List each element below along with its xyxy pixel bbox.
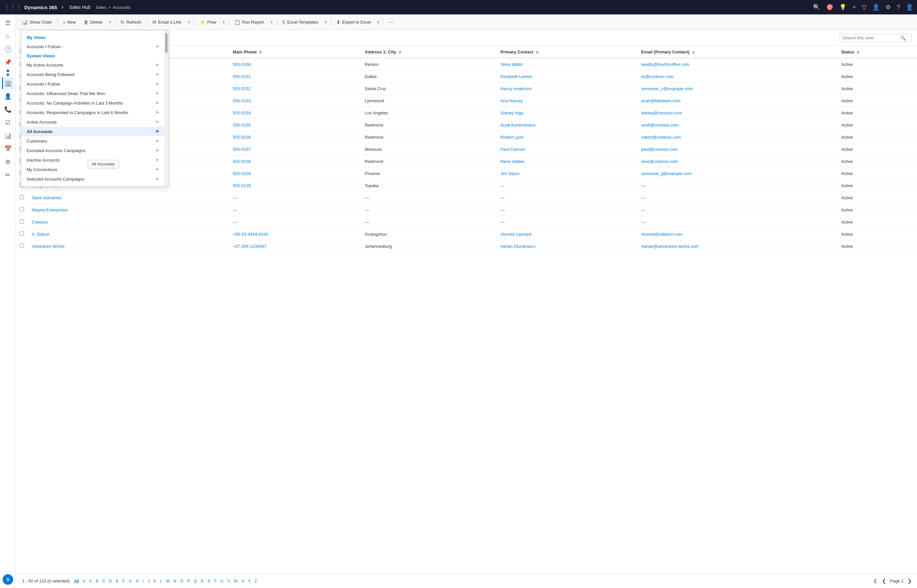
user-avatar[interactable]: S [3,574,13,585]
delete-chevron[interactable]: ∨ [107,18,113,26]
phone-link[interactable]: 555-0154 [233,110,251,115]
contact-link[interactable]: Adrian Dumitrascu [500,244,535,249]
col-status[interactable]: Status ∨ [837,46,917,58]
phone-link[interactable]: 555-0158 [233,159,251,164]
phone-link[interactable]: 555-0135 [233,183,251,188]
add-icon[interactable]: + [852,4,856,11]
phone-link[interactable]: 555-0152 [233,86,251,91]
sidebar-reports-icon[interactable]: 📊 [2,130,14,142]
alpha-nav-item[interactable]: C [100,578,107,585]
dropdown-item-i-follow[interactable]: Accounts I Follow ⚑ [21,79,164,89]
settings-icon[interactable]: ⚙ [886,3,891,11]
email-link[interactable]: paul@contoso.com [641,147,677,152]
alpha-nav-item[interactable]: R [199,578,206,585]
phone-link[interactable]: +27-264-1234567 [233,244,267,249]
account-name-link[interactable]: A. Datum [32,232,50,237]
alpha-nav-item[interactable]: L [158,578,164,585]
email-link[interactable]: sidney@contoso.com [641,110,682,115]
alpha-nav-item[interactable]: F [120,578,126,585]
dropdown-item-my-active[interactable]: My Active Accounts ⚑ [21,60,164,70]
target-icon[interactable]: 🎯 [826,3,833,11]
alpha-nav-item[interactable]: H [134,578,141,585]
row-checkbox[interactable] [20,219,24,223]
dropdown-item-selected[interactable]: Selected Accounts Campaigns ⚑ [21,174,164,184]
lightbulb-icon[interactable]: 💡 [839,3,846,11]
show-chart-button[interactable]: 📊 Show Chart [18,17,55,27]
run-report-button[interactable]: 📋 Run Report [231,17,267,27]
search-nav-icon[interactable]: 🔍 [813,3,820,11]
user-icon[interactable]: 👤 [906,3,913,11]
sidebar-home-icon[interactable]: ⌂ [2,30,14,42]
email-link[interactable]: vincent@adatum.com [641,232,682,237]
flow-chevron[interactable]: ∨ [221,18,227,26]
dropdown-item-all-accounts[interactable]: All Accounts ⚑ [21,127,164,136]
contact-link[interactable]: Ana Harvey [500,99,523,103]
sidebar-recent-icon[interactable]: 🕐 [2,43,14,55]
phone-link[interactable]: 555-0155 [233,123,251,128]
row-checkbox[interactable] [20,207,24,212]
email-link[interactable]: rene@contoso.com [641,159,678,164]
phone-link[interactable]: 555-0153 [233,99,251,103]
contact-link[interactable]: Sidney Higa [500,110,523,115]
more-button[interactable]: ⋯ [386,18,396,27]
sidebar-tasks-icon[interactable]: ☑ [2,117,14,128]
alpha-nav-item[interactable]: # [81,578,87,585]
dropdown-item-customers[interactable]: Customers ⚑ [21,136,164,146]
refresh-button[interactable]: ↻ Refresh [117,17,145,27]
new-button[interactable]: + New [59,17,79,27]
alpha-nav-item[interactable]: Q [192,578,199,585]
alpha-nav-item[interactable]: G [127,578,134,585]
phone-link[interactable]: +86-23-4444-0100 [233,232,268,237]
alpha-nav-item[interactable]: S [206,578,212,585]
alpha-nav-item[interactable]: U [219,578,225,585]
sidebar-gear-icon[interactable]: ⚙ [2,156,14,168]
sidebar-accounts-icon[interactable]: 🏢 [2,78,14,89]
alpha-nav-item[interactable]: V [225,578,232,585]
phone-link[interactable]: 555-0150 [233,62,251,67]
first-page-button[interactable]: ⟪ [872,577,878,585]
col-email[interactable]: Email (Primary Contact) ∨ [637,46,837,58]
col-city[interactable]: Address 1: City ∨ [361,46,496,58]
sidebar-contacts-icon[interactable]: 👤 [2,90,14,102]
report-chevron[interactable]: ∨ [269,18,275,26]
row-checkbox[interactable] [20,244,24,248]
prev-page-button[interactable]: ❮ [881,577,888,585]
alpha-nav-item[interactable]: K [152,578,158,585]
email-link[interactable]: someone_j@example.com [641,171,692,176]
sidebar-calendar-icon[interactable]: 📅 [2,143,14,155]
breadcrumb-sales[interactable]: Sales [96,5,107,10]
app-name[interactable]: Sales Hub [69,5,91,10]
contact-link[interactable]: Nancy Anderson [500,86,531,91]
dropdown-scrollbar[interactable] [164,31,168,186]
sidebar-phone-icon[interactable]: 📞 [2,103,14,115]
dropdown-item-no-campaign[interactable]: Accounts: No Campaign Activities in Last… [21,99,164,108]
phone-link[interactable]: 555-0157 [233,147,251,152]
col-contact[interactable]: Primary Contact ∨ [496,46,637,58]
alpha-nav-item[interactable]: P [185,578,192,585]
contact-link[interactable]: Vincent Lauriant [500,232,531,237]
alpha-nav-item[interactable]: I [141,578,146,585]
alpha-nav-item[interactable]: N [172,578,178,585]
dropdown-item-active[interactable]: Active Accounts ⚑ [21,117,164,127]
phone-link[interactable]: 555-0151 [233,74,251,79]
next-page-button[interactable]: ❯ [906,577,913,585]
alpha-nav-item[interactable]: D [107,578,114,585]
search-icon[interactable]: 🔍 [900,36,906,40]
brand-name[interactable]: Dynamics 365 [24,5,57,10]
alpha-nav-item[interactable]: W [232,578,240,585]
dropdown-item-excluded[interactable]: Excluded Accounts Campaigns ⚑ [21,146,164,155]
export-chevron[interactable]: ∨ [375,18,381,26]
email-link[interactable]: swatts@fourthcoffee.com [641,62,689,67]
contact-link[interactable]: Scott Konersmann [500,123,535,128]
grid-menu-icon[interactable]: ⋮⋮⋮ [4,3,22,11]
alpha-nav-item[interactable]: J [146,578,152,585]
email-link[interactable]: robert@contoso.com [641,135,681,140]
account-name-link[interactable]: Contoso [32,220,48,225]
sidebar-menu-icon[interactable]: ☰ [2,17,14,29]
dropdown-item-responded[interactable]: Accounts: Responded to Campaigns in Last… [21,108,164,117]
phone-link[interactable]: 555-0159 [233,171,251,176]
col-main-phone[interactable]: Main Phone ∨ [229,46,361,58]
alpha-nav-item[interactable]: All [72,578,81,585]
alpha-nav-item[interactable]: A [87,578,94,585]
sidebar-pinned-icon[interactable]: 📌 [2,57,14,68]
